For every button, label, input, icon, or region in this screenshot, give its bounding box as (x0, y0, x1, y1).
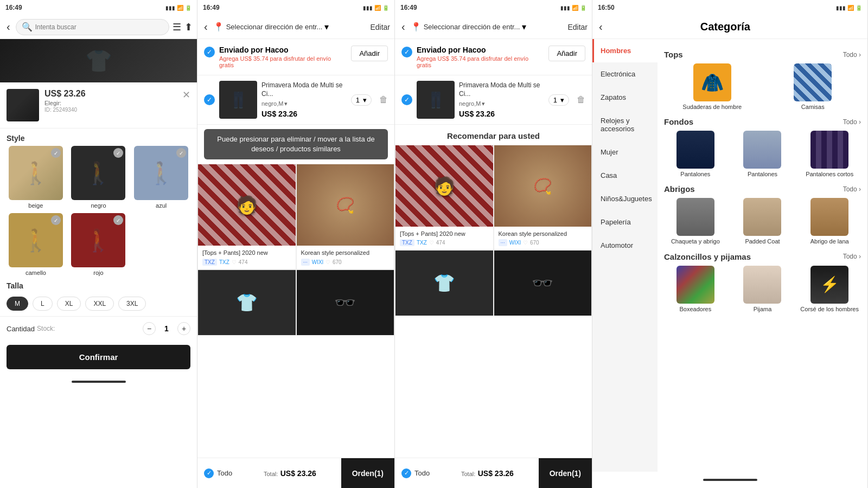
delete-icon-2[interactable]: 🗑 (379, 95, 388, 105)
pantalones-dark-img (676, 131, 714, 169)
cart-item-img-placeholder-3: 👖 (426, 91, 445, 109)
style-item-negro[interactable]: 🚶 ✓ negro (69, 146, 128, 209)
cat-item-pantalones-cortos[interactable]: Pantalones cortos (798, 131, 861, 178)
sidebar-item-casa[interactable]: Casa (592, 164, 658, 187)
style-item-azul[interactable]: 🚶 ✓ azul (132, 146, 190, 209)
shipping-title-2: Enviado por Hacoo (219, 46, 347, 54)
sidebar-item-mujer[interactable]: Mujer (592, 140, 658, 164)
edit-button-3[interactable]: Editar (567, 23, 588, 31)
product-card-img-jewelry: 📿 (297, 164, 394, 246)
back-button-4[interactable]: ‹ (599, 21, 603, 33)
cart-item-qty-2[interactable]: 1 ▾ (351, 94, 372, 106)
cat-item-pantalones-light[interactable]: Pantalones (731, 131, 794, 178)
order-button-2[interactable]: Orden(1) (341, 458, 394, 488)
cat-item-abrigo-lana[interactable]: Abrigo de lana (798, 198, 861, 245)
sidebar-item-ninos[interactable]: Niños&Juguetes (592, 187, 658, 210)
cat-item-chaqueta[interactable]: Chaqueta y abrigo (664, 198, 727, 245)
cat-item-camisas[interactable]: Camisas (765, 63, 861, 111)
sidebar-item-zapatos[interactable]: Zapatos (592, 86, 658, 109)
bookmark-icon[interactable]: ☰ (173, 21, 181, 33)
size-btn-L[interactable]: L (33, 297, 53, 311)
product-card-img-3-plaid: 🧑 (395, 145, 493, 227)
location-bar-2[interactable]: 📍 Seleccionar dirección de entr... ▾ (213, 22, 367, 32)
sidebar-item-automotor[interactable]: Automotor (592, 234, 658, 257)
location-bar-3[interactable]: 📍 Seleccionar dirección de entr... ▾ (411, 22, 565, 32)
panel-cart-clean: 16:49 ▮▮▮ 📶 🔋 ‹ 📍 Seleccionar dirección … (395, 0, 592, 488)
add-button-3[interactable]: Añadir (548, 46, 585, 61)
close-button[interactable]: ✕ (182, 89, 190, 101)
sidebar-item-electronica[interactable]: Electrónica (592, 62, 658, 86)
battery-icon: 🔋 (185, 5, 192, 11)
section-todo-abrigos[interactable]: Todo › (843, 185, 861, 193)
product-card-sunglasses[interactable]: 🕶️ (296, 269, 395, 336)
product-card-jewelry[interactable]: 📿 Korean style personalized ··· WIXl ♡ 6… (296, 164, 395, 269)
size-btn-XXL[interactable]: XXL (85, 297, 114, 311)
bottom-check-icon-3[interactable]: ✓ (401, 468, 411, 478)
product-grid-3: 🧑 [Tops + Pants] 2020 new TXZ TXZ ♡ 474 … (395, 145, 592, 316)
cat-item-pantalones-dark[interactable]: Pantalones (664, 131, 727, 178)
status-icons-3: ▮▮▮ 📶 🔋 (560, 5, 586, 11)
product-card-3-plaid[interactable]: 🧑 [Tops + Pants] 2020 new TXZ TXZ ♡ 474 (395, 145, 494, 250)
cart-item-qty-3[interactable]: 1 ▾ (548, 94, 569, 106)
variant-chevron-2: ▾ (284, 100, 288, 107)
delete-icon-3[interactable]: 🗑 (577, 95, 585, 105)
wifi-icon-3: 📶 (572, 5, 578, 11)
bottom-todo-label-3: Todo (414, 469, 430, 477)
bottom-todo-label-2: Todo (217, 469, 232, 477)
recommendations-3: 🧑 [Tops + Pants] 2020 new TXZ TXZ ♡ 474 … (395, 145, 592, 488)
shipping-section-2: ✓ Enviado por Hacoo Agrega US$ 35.74 par… (197, 39, 394, 75)
boxeadores-label: Boxeadores (679, 306, 711, 313)
section-todo-fondos[interactable]: Todo › (843, 118, 861, 126)
confirm-button[interactable]: Confirmar (7, 345, 190, 369)
sidebar-item-relojes[interactable]: Relojes y accesorios (592, 109, 658, 140)
order-button-3[interactable]: Orden(1) (539, 458, 592, 488)
product-card-tshirt[interactable]: 👕 (197, 269, 296, 336)
section-todo-tops[interactable]: Todo › (843, 51, 861, 59)
add-button-2[interactable]: Añadir (351, 46, 388, 61)
cart-item-check-3[interactable]: ✓ (401, 94, 412, 105)
qty-plus-btn[interactable]: + (177, 322, 190, 335)
status-bar-3: 16:49 ▮▮▮ 📶 🔋 (395, 0, 592, 15)
style-item-camello[interactable]: 🚶 ✓ camello (7, 213, 65, 276)
size-btn-3XL[interactable]: 3XL (118, 297, 146, 311)
back-button-2[interactable]: ‹ (202, 18, 210, 35)
sidebar-item-hombres[interactable]: Hombres (592, 39, 658, 62)
back-button-3[interactable]: ‹ (399, 18, 407, 35)
search-input-1[interactable] (35, 23, 163, 31)
product-card-plaid[interactable]: 🧑 [Tops + Pants] 2020 new TXZ TXZ ♡ 474 (197, 164, 296, 269)
section-todo-calzoncillos[interactable]: Todo › (843, 253, 861, 260)
qty-minus-btn[interactable]: − (143, 322, 156, 335)
shipping-desc-3: Agrega US$ 35.74 para disfrutar del enví… (417, 55, 544, 68)
qty-chevron-2: ▾ (363, 96, 367, 104)
top-nav-3: ‹ 📍 Seleccionar dirección de entr... ▾ E… (395, 15, 592, 39)
share-icon[interactable]: ⬆ (184, 21, 193, 33)
style-item-beige[interactable]: 🚶 ✓ beige (7, 146, 65, 209)
sudaderas-img: 🧥 (693, 63, 731, 101)
search-bar-1[interactable]: 🔍 (16, 19, 169, 35)
cat-item-sudaderas[interactable]: 🧥 Sudaderas de hombre (664, 63, 761, 111)
cat-item-corse[interactable]: ⚡ Corsé de los hombres (798, 266, 861, 313)
status-time-2: 16:49 (203, 4, 220, 11)
style-check-camello: ✓ (51, 215, 61, 225)
bottom-check-icon-2[interactable]: ✓ (204, 468, 214, 478)
product-card-3-tshirt[interactable]: 👕 (395, 250, 494, 316)
bottom-total-3: Total: US$ 23.26 (436, 468, 538, 478)
cart-item-2: ✓ 👖 Primavera Moda de Multi se Ci... neg… (197, 75, 394, 125)
sidebar-item-papeleria[interactable]: Papelería (592, 210, 658, 234)
edit-button-2[interactable]: Editar (370, 23, 390, 31)
size-btn-M[interactable]: M (7, 297, 28, 311)
category-content: Hombres Electrónica Zapatos Relojes y ac… (592, 39, 867, 472)
chevron-down-icon-3: ▾ (522, 22, 526, 32)
cat-item-boxeadores[interactable]: Boxeadores (664, 266, 727, 313)
location-text-3: Seleccionar dirección de entr... (424, 23, 520, 31)
cat-item-padded[interactable]: Padded Coat (731, 198, 794, 245)
cat-item-pijama[interactable]: Pijama (731, 266, 794, 313)
cart-item-check-2[interactable]: ✓ (204, 94, 215, 105)
product-card-3-sunglasses[interactable]: 🕶️ (494, 250, 592, 316)
shipping-section-3: ✓ Enviado por Hacoo Agrega US$ 35.74 par… (395, 39, 592, 75)
jewelry-img-icon-3: 📿 (533, 177, 552, 195)
product-card-3-jewelry[interactable]: 📿 Korean style personalized ··· WIXl ♡ 6… (494, 145, 592, 250)
style-item-rojo[interactable]: 🚶 ✓ rojo (69, 213, 128, 276)
size-btn-XL[interactable]: XL (57, 297, 81, 311)
back-button-1[interactable]: ‹ (4, 18, 12, 35)
